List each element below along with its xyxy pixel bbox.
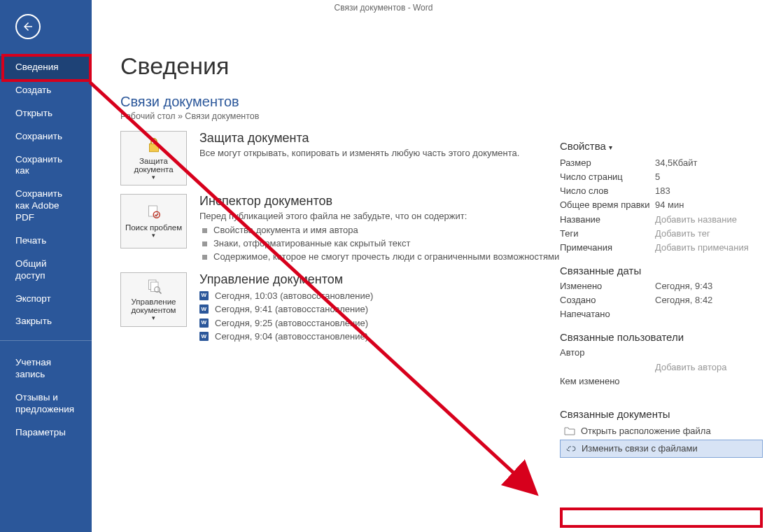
tile-label: Управление документом — [121, 298, 186, 314]
properties-panel: Свойства ▾ Размер34,5Кбайт Число страниц… — [560, 140, 763, 458]
back-button[interactable] — [15, 14, 41, 39]
sidebar-item-open[interactable]: Открыть — [0, 102, 92, 125]
backstage-sidebar: Сведения Создать Открыть Сохранить Сохра… — [0, 0, 92, 532]
document-path: Рабочий стол » Связи документов — [120, 111, 759, 121]
folder-icon — [564, 426, 575, 437]
svg-rect-0 — [149, 144, 158, 151]
open-file-location[interactable]: Открыть расположение файла — [560, 423, 763, 440]
sidebar-item-export[interactable]: Экспорт — [0, 288, 92, 311]
date-key: Напечатано — [560, 307, 655, 321]
prop-placeholder[interactable]: Добавить примечания — [655, 241, 763, 255]
related-users-heading: Связанные пользователи — [560, 331, 763, 343]
sidebar-item-close[interactable]: Закрыть — [0, 310, 92, 333]
lock-icon — [144, 136, 164, 154]
prop-placeholder[interactable]: Добавить тег — [655, 227, 763, 241]
chevron-down-icon: ▾ — [609, 144, 612, 151]
chevron-down-icon: ▾ — [152, 314, 155, 321]
related-dates-heading: Связанные даты — [560, 265, 763, 276]
sidebar-item-save[interactable]: Сохранить — [0, 125, 92, 148]
prop-value: 5 — [655, 170, 763, 184]
edit-links-to-files[interactable]: Изменить связи с файлами — [560, 440, 763, 458]
modified-by-label: Кем изменено — [560, 374, 655, 388]
date-key: Изменено — [560, 279, 655, 293]
page-title: Сведения — [120, 52, 759, 80]
sidebar-item-saveas[interactable]: Сохранить как — [0, 148, 92, 183]
manage-icon — [144, 278, 164, 295]
author-label: Автор — [560, 346, 655, 360]
sidebar-item-print[interactable]: Печать — [0, 230, 92, 253]
properties-heading[interactable]: Свойства ▾ — [560, 140, 763, 152]
add-author[interactable]: Добавить автора — [655, 360, 763, 374]
protect-document-tile[interactable]: Защита документа ▾ — [120, 131, 187, 186]
related-docs-heading: Связанные документы — [560, 408, 763, 420]
title-bar: Связи документов - Word — [0, 0, 767, 13]
prop-placeholder[interactable]: Добавить название — [655, 213, 763, 227]
inspect-icon — [144, 204, 164, 220]
sidebar-item-options[interactable]: Параметры — [0, 421, 92, 444]
date-value: Сегодня, 9:43 — [655, 279, 763, 293]
prop-value: 34,5Кбайт — [655, 156, 763, 170]
sidebar-item-feedback[interactable]: Отзывы и предложения — [0, 386, 92, 421]
prop-key: Число страниц — [560, 170, 655, 184]
date-value: Сегодня, 8:42 — [655, 293, 763, 307]
chevron-down-icon: ▾ — [152, 174, 155, 181]
author-value — [655, 346, 763, 360]
chevron-down-icon: ▾ — [152, 232, 155, 239]
prop-key: Общее время правки — [560, 198, 655, 212]
arrow-left-icon — [22, 20, 34, 33]
sidebar-item-share[interactable]: Общий доступ — [0, 253, 92, 288]
manage-document-tile[interactable]: Управление документом ▾ — [120, 272, 187, 327]
prop-value: 183 — [655, 184, 763, 198]
document-title[interactable]: Связи документов — [120, 94, 759, 110]
inspect-document-tile[interactable]: Поиск проблем ▾ — [120, 194, 187, 248]
prop-key: Примечания — [560, 241, 655, 255]
sidebar-item-account[interactable]: Учетная запись — [0, 351, 92, 386]
prop-key: Теги — [560, 227, 655, 241]
date-key: Создано — [560, 293, 655, 307]
svg-line-6 — [159, 291, 161, 293]
sidebar-item-info[interactable]: Сведения — [0, 56, 92, 79]
prop-key: Число слов — [560, 184, 655, 198]
tile-label: Поиск проблем — [125, 223, 182, 232]
sidebar-item-new[interactable]: Создать — [0, 79, 92, 102]
sidebar-item-saveas-pdf[interactable]: Сохранить как Adobe PDF — [0, 183, 92, 230]
date-value — [655, 307, 763, 321]
link-icon — [565, 443, 576, 454]
prop-value: 94 мин — [655, 198, 763, 212]
tile-label: Защита документа — [121, 157, 186, 174]
prop-key: Название — [560, 213, 655, 227]
prop-key: Размер — [560, 156, 655, 170]
